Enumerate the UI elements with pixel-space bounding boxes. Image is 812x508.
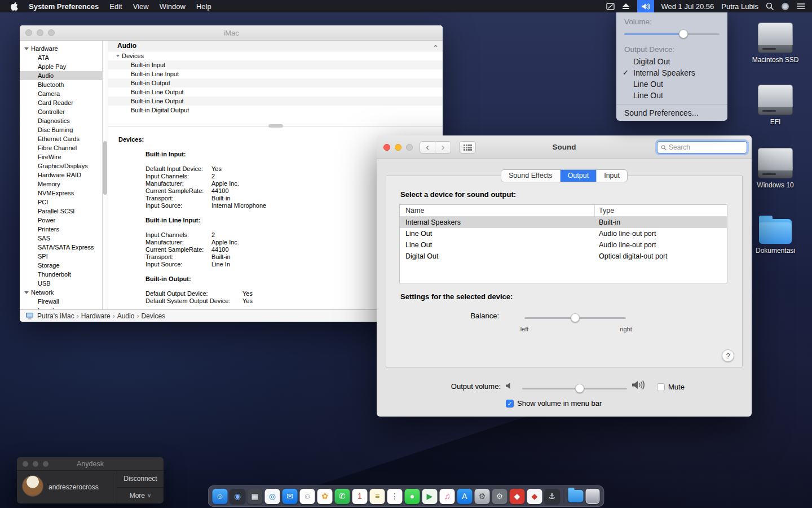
menubar-user[interactable]: Putra Lubis (721, 2, 758, 11)
pane-splitter[interactable] (108, 126, 443, 130)
sidebar-item-pci[interactable]: PCI (20, 198, 102, 207)
dock-maps-icon[interactable]: ▶ (422, 489, 438, 504)
output-volume-knob[interactable] (575, 384, 584, 393)
disclosure-triangle-icon[interactable] (116, 55, 120, 57)
notification-center-icon[interactable] (797, 3, 805, 10)
menu-view[interactable]: View (133, 2, 149, 11)
sidebar-group-hardware[interactable]: Hardware (20, 44, 102, 53)
dock-calendar-icon[interactable]: 1 (352, 489, 368, 504)
search-input[interactable] (669, 143, 743, 151)
dock-itunes-icon[interactable]: ♫ (440, 489, 455, 504)
dock-utilities-icon[interactable]: ⚙ (492, 489, 508, 504)
sidebar-item-firewire[interactable]: FireWire (20, 152, 102, 161)
breadcrumb-segment[interactable]: Hardware (81, 312, 111, 320)
show-volume-label[interactable]: Show volume in menu bar (517, 399, 602, 408)
show-all-grid-button[interactable] (459, 141, 476, 154)
show-volume-checkbox[interactable]: ✓ (506, 400, 514, 408)
breadcrumb-segment[interactable]: Putra's iMac (37, 312, 74, 320)
table-row[interactable]: Line OutAudio line-out port (400, 228, 727, 239)
audio-section-header[interactable]: Audio › (108, 41, 443, 51)
tab-output[interactable]: Output (560, 170, 597, 182)
sidebar-item-storage[interactable]: Storage (20, 261, 102, 270)
more-button[interactable]: More ∨ (117, 488, 164, 504)
collapse-chevron-icon[interactable]: › (429, 45, 440, 47)
dock-red-white-app-icon[interactable]: ◆ (527, 489, 542, 504)
tab-sound-effects[interactable]: Sound Effects (501, 170, 560, 182)
output-volume-slider[interactable] (522, 384, 627, 393)
column-type[interactable]: Type (594, 207, 614, 214)
devices-group-row[interactable]: Devices (108, 51, 443, 60)
sidebar-item-nvmexpress[interactable]: NVMExpress (20, 189, 102, 198)
table-header[interactable]: Name Type (400, 205, 727, 217)
menu-window[interactable]: Window (160, 2, 186, 11)
balance-slider[interactable] (524, 313, 626, 322)
sidebar-item-camera[interactable]: Camera (20, 89, 102, 98)
disclosure-triangle-icon[interactable] (24, 291, 29, 294)
sound-titlebar[interactable]: Sound ‹ › (377, 135, 752, 159)
anydesk-titlebar[interactable]: Anydesk (17, 457, 164, 471)
sysinfo-titlebar[interactable]: iMac (20, 25, 443, 41)
minimize-button[interactable] (37, 29, 43, 36)
breadcrumb-segment[interactable]: Devices (141, 312, 165, 320)
sidebar-item-disc-burning[interactable]: Disc Burning (20, 125, 102, 134)
dock-photos-icon[interactable]: ✿ (317, 489, 333, 504)
sidebar-item-sas[interactable]: SAS (20, 234, 102, 243)
dock-trash-icon[interactable] (586, 489, 600, 504)
dock-mail-icon[interactable]: ✉ (283, 489, 298, 504)
dock-siri-icon[interactable]: ◉ (230, 489, 245, 504)
zoom-button[interactable] (43, 461, 48, 467)
table-row[interactable]: Digital OutOptical digital-out port (400, 251, 727, 262)
menubar-datetime[interactable]: Wed 1 Jul 20.56 (661, 2, 714, 11)
dock-app-store-icon[interactable]: A (457, 489, 473, 504)
eject-icon[interactable] (622, 3, 630, 10)
device-row[interactable]: Built-in Digital Output (108, 106, 443, 115)
sidebar-item-usb[interactable]: USB (20, 279, 102, 288)
close-button[interactable] (23, 461, 28, 467)
forward-button[interactable]: › (435, 141, 451, 154)
dock-anchor-app-icon[interactable]: ⚓ (545, 489, 560, 504)
close-button[interactable] (383, 144, 390, 151)
dock-facetime-icon[interactable]: ✆ (335, 489, 350, 504)
balance-knob[interactable] (571, 313, 580, 322)
zoom-button[interactable] (406, 144, 413, 151)
sidebar-group-network[interactable]: Network (20, 288, 102, 297)
close-button[interactable] (25, 29, 32, 36)
sidebar-item-audio[interactable]: Audio (20, 71, 102, 80)
sidebar-item-card-reader[interactable]: Card Reader (20, 98, 102, 107)
menu-app-name[interactable]: System Preferences (29, 2, 99, 11)
sidebar-item-ethernet-cards[interactable]: Ethernet Cards (20, 134, 102, 143)
minimize-button[interactable] (395, 144, 401, 151)
breadcrumb-segment[interactable]: Audio (117, 312, 135, 320)
apple-logo-icon[interactable] (10, 2, 18, 11)
dock-launchpad-icon[interactable]: ▦ (248, 489, 263, 504)
splitter-handle[interactable] (268, 124, 283, 128)
sidebar-scrollbar[interactable] (103, 41, 108, 309)
device-row[interactable]: Built-in Line Output (108, 87, 443, 97)
search-icon[interactable] (766, 2, 774, 10)
sidebar-item-spi[interactable]: SPI (20, 252, 102, 261)
dock-red-app-icon[interactable]: ◆ (510, 489, 525, 504)
sidebar-item-apple-pay[interactable]: Apple Pay (20, 62, 102, 71)
siri-icon[interactable] (781, 2, 789, 11)
device-row[interactable]: Built-in Line Output (108, 97, 443, 106)
device-row[interactable]: Built-in Output (108, 78, 443, 87)
dock-system-preferences-icon[interactable]: ⚙ (475, 489, 490, 504)
dock-downloads-folder-icon[interactable] (568, 490, 584, 502)
minimize-button[interactable] (33, 461, 38, 467)
menu-edit[interactable]: Edit (109, 2, 122, 11)
dock-contacts-icon[interactable]: ☺ (300, 489, 315, 504)
bootcamp-icon[interactable] (606, 3, 615, 10)
disclosure-triangle-icon[interactable] (24, 47, 29, 50)
dock-messages-icon[interactable]: ● (405, 489, 420, 504)
sound-preferences-item[interactable]: Sound Preferences... (616, 107, 727, 119)
sidebar-item-thunderbolt[interactable]: Thunderbolt (20, 270, 102, 279)
dock-reminders-icon[interactable]: ⋮ (387, 489, 403, 504)
output-device-option[interactable]: Line Out (616, 90, 727, 101)
desktop-icon-efi[interactable]: EFI (739, 85, 812, 126)
output-device-option[interactable]: Digital Out (616, 56, 727, 67)
zoom-button[interactable] (48, 29, 55, 36)
back-button[interactable]: ‹ (420, 141, 435, 154)
column-name[interactable]: Name (400, 207, 594, 214)
output-device-option[interactable]: ✓Internal Speakers (616, 67, 727, 78)
volume-menu-button[interactable] (637, 0, 654, 12)
